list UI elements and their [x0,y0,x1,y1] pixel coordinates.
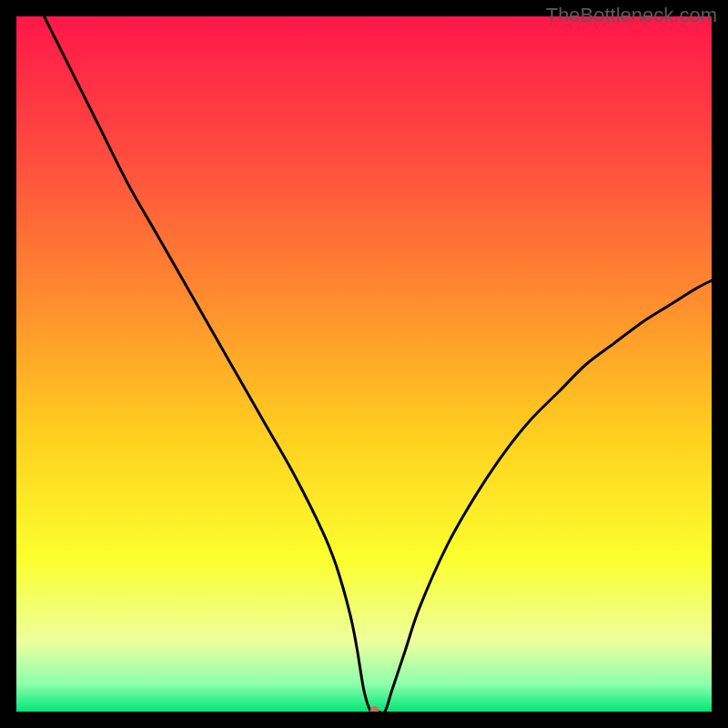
watermark-text: TheBottleneck.com [546,4,717,27]
chart-plot-area [16,16,712,712]
gradient-background [16,16,712,712]
bottleneck-chart [16,16,712,712]
